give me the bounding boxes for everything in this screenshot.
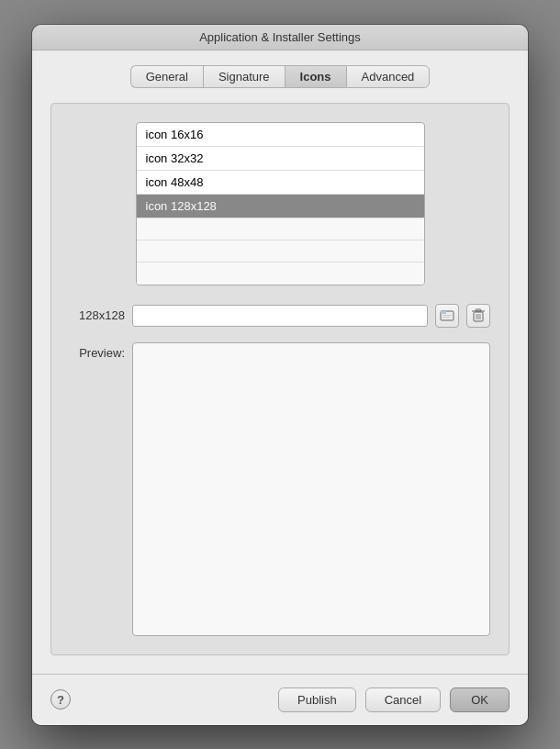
svg-rect-4 <box>442 317 450 318</box>
tab-signature[interactable]: Signature <box>203 65 285 88</box>
icon-list: icon 16x16 icon 32x32 icon 48x48 icon 12… <box>136 122 425 285</box>
list-item[interactable] <box>137 240 424 263</box>
file-path-input[interactable] <box>132 305 428 327</box>
list-item[interactable] <box>137 263 424 285</box>
browse-icon <box>440 308 454 323</box>
browse-button[interactable] <box>435 304 459 328</box>
list-item-selected[interactable]: icon 128x128 <box>137 195 424 218</box>
publish-button[interactable]: Publish <box>278 688 356 712</box>
file-input-row: 128x128 <box>70 304 490 328</box>
bottom-bar: ? Publish Cancel OK <box>32 674 528 725</box>
tab-icons[interactable]: Icons <box>285 65 346 88</box>
window-title: Application & Installer Settings <box>199 30 361 44</box>
svg-rect-1 <box>441 311 446 314</box>
svg-rect-3 <box>442 315 452 316</box>
tab-advanced[interactable]: Advanced <box>346 65 431 88</box>
bottom-buttons: Publish Cancel OK <box>278 688 510 712</box>
ok-button[interactable]: OK <box>450 688 510 712</box>
tab-bar: General Signature Icons Advanced <box>50 65 510 88</box>
preview-label: Preview: <box>70 342 125 360</box>
window-content: General Signature Icons Advanced icon 16… <box>32 50 528 674</box>
icons-panel: icon 16x16 icon 32x32 icon 48x48 icon 12… <box>50 103 510 655</box>
preview-row: Preview: <box>70 342 490 636</box>
svg-rect-7 <box>476 309 481 311</box>
list-item[interactable]: icon 16x16 <box>137 123 424 147</box>
main-window: Application & Installer Settings General… <box>32 25 528 725</box>
preview-box <box>132 342 490 636</box>
tab-general[interactable]: General <box>130 65 203 88</box>
list-item[interactable] <box>137 218 424 240</box>
list-item[interactable]: icon 32x32 <box>137 147 424 171</box>
title-bar: Application & Installer Settings <box>32 25 528 50</box>
trash-icon <box>472 308 485 323</box>
cancel-button[interactable]: Cancel <box>365 688 441 712</box>
file-size-label: 128x128 <box>70 308 125 322</box>
list-item[interactable]: icon 48x48 <box>137 171 424 195</box>
delete-button[interactable] <box>466 304 490 328</box>
help-button[interactable]: ? <box>50 689 71 710</box>
